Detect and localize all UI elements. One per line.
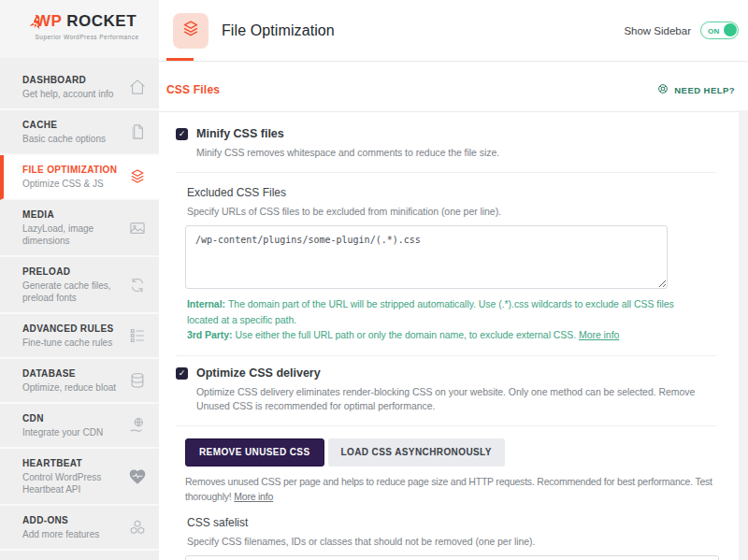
header-right: Show Sidebar ON bbox=[624, 22, 748, 39]
sidebar-item-label: CACHE bbox=[22, 119, 122, 132]
section-heading: CSS Files bbox=[166, 83, 220, 96]
more-info-link[interactable]: More info bbox=[234, 490, 273, 504]
more-info-link[interactable]: More info bbox=[579, 329, 619, 340]
divider bbox=[176, 355, 716, 356]
sidebar-item-sublabel: Optimize, reduce bloat bbox=[22, 381, 122, 394]
sidebar-nav: DASHBOARDGet help, account infoCACHEBasi… bbox=[0, 65, 159, 560]
wp-rocket-logo: WP ROCKET Superior WordPress Performance bbox=[0, 0, 159, 58]
sidebar-item-sublabel: Fine-tune cache rules bbox=[22, 337, 122, 349]
css-safelist-textarea[interactable]: /wp-content/plugins/some-plugin/(.*).css… bbox=[185, 555, 719, 560]
sidebar-item-sublabel: LazyLoad, image dimensions bbox=[22, 223, 122, 247]
sidebar-item-cache[interactable]: CACHEBasic cache options bbox=[0, 110, 159, 155]
remove-unused-css-description: Removes unused CSS per page and helps to… bbox=[185, 475, 720, 504]
addons-icon bbox=[128, 518, 147, 537]
main-panel: File Optimization Show Sidebar ON CSS Fi… bbox=[159, 0, 748, 560]
optimize-css-delivery-label[interactable]: Optimize CSS delivery bbox=[196, 366, 321, 381]
sidebar: WP ROCKET Superior WordPress Performance… bbox=[0, 0, 159, 560]
delivery-method-buttons: REMOVE UNUSED CSS LOAD CSS ASYNCHRONOUSL… bbox=[185, 438, 720, 467]
sidebar-item-add-ons[interactable]: ADD-ONSAdd more features bbox=[0, 506, 159, 551]
heartbeat-icon bbox=[128, 467, 147, 486]
sidebar-item-label: DATABASE bbox=[22, 367, 122, 381]
sidebar-item-label: FILE OPTIMIZATION bbox=[22, 164, 122, 177]
sidebar-item-preload[interactable]: PRELOADGenerate cache files, preload fon… bbox=[0, 257, 159, 314]
divider bbox=[176, 425, 716, 426]
optimize-css-delivery-checkbox[interactable] bbox=[176, 367, 188, 380]
logo-text: WP ROCKET bbox=[0, 12, 159, 31]
logo-tagline: Superior WordPress Performance bbox=[0, 34, 159, 40]
page-title: File Optimization bbox=[222, 22, 335, 39]
wp-rocket-settings-window: WP ROCKET Superior WordPress Performance… bbox=[0, 0, 748, 560]
sidebar-item-sublabel: Generate cache files, preload fonts bbox=[22, 280, 122, 304]
sidebar-item-label: HEARTBEAT bbox=[22, 457, 122, 470]
rules-icon bbox=[128, 326, 147, 345]
sidebar-item-heartbeat[interactable]: HEARTBEATControl WordPress Heartbeat API bbox=[0, 449, 159, 506]
file-optimization-badge bbox=[173, 13, 209, 49]
sidebar-item-sublabel: Add more features bbox=[22, 528, 122, 540]
excluded-css-description: Specify URLs of CSS files to be excluded… bbox=[187, 205, 720, 219]
preload-icon bbox=[128, 276, 147, 294]
cdn-icon bbox=[128, 416, 147, 435]
divider bbox=[159, 111, 739, 112]
sidebar-item-label: PRELOAD bbox=[22, 266, 122, 279]
optimize-css-delivery-row: Optimize CSS delivery bbox=[176, 366, 720, 381]
sidebar-item-sublabel: Optimize CSS & JS bbox=[22, 178, 122, 190]
page-background-gutter bbox=[739, 110, 748, 560]
sidebar-item-dashboard[interactable]: DASHBOARDGet help, account info bbox=[0, 65, 159, 110]
sidebar-item-label: CDN bbox=[22, 412, 122, 425]
sidebar-item-label: MEDIA bbox=[22, 208, 122, 222]
sidebar-item-sublabel: Integrate your CDN bbox=[22, 426, 122, 438]
sidebar-item-label: ADD-ONS bbox=[22, 514, 122, 527]
excluded-css-label: Excluded CSS Files bbox=[187, 186, 720, 200]
nav-spacer bbox=[0, 58, 159, 65]
layers-icon bbox=[180, 19, 201, 43]
sidebar-item-label: DASHBOARD bbox=[22, 74, 122, 87]
toggle-state-label: ON bbox=[708, 26, 720, 35]
home-icon bbox=[128, 78, 147, 96]
internal-label: Internal: bbox=[187, 298, 225, 309]
show-sidebar-toggle[interactable]: ON bbox=[700, 22, 739, 39]
sidebar-item-label: ADVANCED RULES bbox=[22, 323, 122, 336]
exclusion-helper-text: Internal:The domain part of the URL will… bbox=[187, 296, 699, 343]
divider bbox=[176, 172, 716, 173]
media-icon bbox=[128, 219, 147, 237]
sidebar-item-media[interactable]: MEDIALazyLoad, image dimensions bbox=[0, 200, 159, 257]
database-icon bbox=[128, 371, 147, 390]
sidebar-item-sublabel: Basic cache options bbox=[22, 133, 122, 145]
sidebar-item-database[interactable]: DATABASEOptimize, reduce bloat bbox=[0, 359, 159, 404]
toggle-knob[interactable] bbox=[724, 23, 737, 36]
css-files-section-header: CSS Files NEED HELP? bbox=[159, 62, 748, 97]
css-files-fieldsets: Minify CSS files Minify CSS removes whit… bbox=[159, 127, 748, 560]
css-safelist-label: CSS safelist bbox=[187, 516, 720, 530]
active-tab-indicator bbox=[166, 58, 194, 61]
minify-css-row: Minify CSS files bbox=[176, 127, 720, 141]
sidebar-item-advanced-rules[interactable]: ADVANCED RULESFine-tune cache rules bbox=[0, 314, 159, 359]
load-css-asynchronously-button[interactable]: LOAD CSS ASYNCHRONOUSLY bbox=[328, 438, 505, 467]
need-help-link[interactable]: NEED HELP? bbox=[656, 82, 735, 97]
third-party-label: 3rd Party: bbox=[187, 329, 233, 340]
css-safelist-description: Specify CSS filenames, IDs or classes th… bbox=[187, 535, 720, 549]
sidebar-item-image-optimization[interactable]: IMAGE OPTIMIZATION bbox=[0, 551, 159, 560]
remove-unused-css-button[interactable]: REMOVE UNUSED CSS bbox=[185, 438, 324, 467]
lifebuoy-icon bbox=[656, 82, 669, 97]
minify-css-description: Minify CSS removes whitespace and commen… bbox=[196, 146, 720, 160]
sidebar-item-sublabel: Control WordPress Heartbeat API bbox=[22, 471, 122, 495]
sidebar-item-sublabel: Get help, account info bbox=[22, 88, 122, 100]
sidebar-item-cdn[interactable]: CDNIntegrate your CDN bbox=[0, 404, 159, 449]
minify-css-label[interactable]: Minify CSS files bbox=[196, 127, 284, 141]
page-header: File Optimization Show Sidebar ON bbox=[159, 0, 748, 62]
excluded-css-textarea[interactable]: /wp-content/plugins/some-plugin/(.*).css bbox=[185, 225, 668, 289]
minify-css-checkbox[interactable] bbox=[176, 128, 188, 140]
cache-icon bbox=[128, 122, 147, 141]
optimize-css-delivery-description: Optimize CSS delivery eliminates render-… bbox=[196, 385, 720, 413]
layers-icon bbox=[128, 167, 147, 186]
show-sidebar-label: Show Sidebar bbox=[624, 25, 691, 36]
sidebar-item-file-optimization[interactable]: FILE OPTIMIZATIONOptimize CSS & JS bbox=[0, 155, 159, 200]
